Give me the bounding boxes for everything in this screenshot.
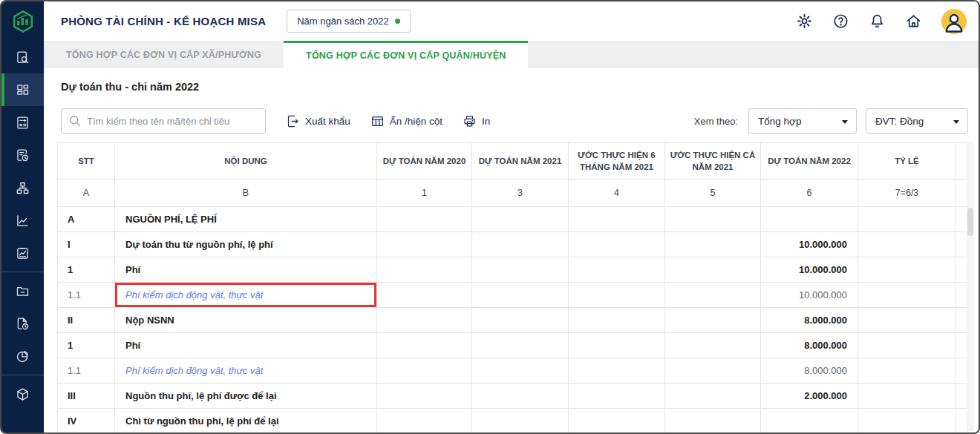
- budget-year-selector[interactable]: Năm ngân sách 2022: [287, 10, 411, 33]
- stt-cell: 1: [58, 257, 115, 283]
- empty-cell: [472, 409, 569, 434]
- content-link-cell[interactable]: Phí kiểm dịch động vật, thực vật: [115, 358, 377, 384]
- table-code-row: A B 1 3 4 5 6 7=6/3: [58, 180, 968, 207]
- pie-chart-icon: [15, 349, 30, 364]
- du-toan-2022-cell: 2.000.000: [761, 384, 858, 409]
- sidebar: [1, 1, 44, 433]
- empty-cell: [472, 333, 569, 358]
- empty-cell: [665, 257, 761, 283]
- content-link-cell[interactable]: Phí kiểm dịch động vật, thực vật: [115, 283, 377, 308]
- org-chart-icon: [15, 180, 30, 196]
- search-input[interactable]: [61, 108, 266, 134]
- empty-cell: [665, 308, 761, 333]
- sidebar-item-folder[interactable]: [1, 274, 44, 307]
- empty-cell: [858, 207, 956, 232]
- user-avatar[interactable]: [941, 9, 967, 34]
- home-icon[interactable]: [905, 13, 922, 30]
- document-history-icon: [15, 148, 30, 163]
- empty-cell: [569, 257, 665, 283]
- col-du-toan-2020: DỰ TOÁN NĂM 2020: [377, 143, 472, 180]
- help-icon[interactable]: [832, 13, 849, 30]
- app-window: PHÒNG TÀI CHÍNH - KẾ HOẠCH MISA Năm ngân…: [0, 0, 980, 434]
- empty-cell: [858, 384, 956, 409]
- cube-icon: [15, 387, 30, 402]
- empty-cell: [858, 283, 956, 308]
- empty-cell: [569, 384, 665, 409]
- du-toan-2022-cell: 8.000.000: [761, 333, 858, 358]
- sidebar-item-calculator[interactable]: [1, 106, 44, 139]
- view-by-label: Xem theo:: [694, 116, 738, 127]
- table-row: IDự toán thu từ nguồn phí, lệ phí10.000.…: [58, 232, 968, 257]
- top-bar: PHÒNG TÀI CHÍNH - KẾ HOẠCH MISA Năm ngân…: [44, 1, 979, 41]
- du-toan-2022-cell: 10.000.000: [761, 232, 858, 257]
- empty-cell: [377, 358, 472, 384]
- stt-cell: 1: [58, 333, 115, 358]
- code-cell: 7=6/3: [858, 180, 956, 207]
- empty-cell: [569, 283, 665, 308]
- content-cell: Nguồn thu phí, lệ phí được để lại: [115, 384, 377, 409]
- tab-quan-huyen[interactable]: TỔNG HỢP CÁC ĐƠN VỊ CẤP QUẬN/HUYỆN: [284, 41, 528, 68]
- tab-xa-phuong[interactable]: TỔNG HỢP CÁC ĐƠN VỊ CẤP XÃ/PHƯỜNG: [44, 41, 284, 68]
- sidebar-item-report-board[interactable]: [1, 237, 44, 269]
- empty-cell: [472, 257, 569, 283]
- table-row: 1Phí8.000.000: [58, 333, 968, 358]
- sidebar-item-search[interactable]: [1, 41, 44, 73]
- settings-gear-icon[interactable]: [796, 13, 813, 30]
- du-toan-2022-cell: 10.000.000: [761, 283, 858, 308]
- misa-logo-icon: [1, 1, 44, 41]
- unit-select[interactable]: ĐVT: Đồng: [866, 108, 968, 134]
- col-du-toan-2021: DỰ TOÁN NĂM 2021: [472, 143, 569, 180]
- code-cell: 6: [761, 180, 858, 207]
- notifications-bell-icon[interactable]: [869, 13, 886, 30]
- empty-cell: [472, 283, 569, 308]
- export-label: Xuất khẩu: [305, 116, 350, 127]
- content-cell: Chi từ nguồn thu phí, lệ phí để lại: [115, 409, 377, 434]
- stt-cell: I: [58, 232, 115, 257]
- folder-icon: [15, 283, 30, 299]
- columns-table-icon: [370, 114, 385, 128]
- tab-bar: TỔNG HỢP CÁC ĐƠN VỊ CẤP XÃ/PHƯỜNG TỔNG H…: [44, 41, 979, 68]
- toolbar: Xuất khẩu Ẩn /hiện cột In Xem theo: Tổng…: [61, 108, 968, 134]
- table-row: IVChi từ nguồn thu phí, lệ phí để lại: [58, 409, 968, 434]
- empty-cell: [377, 232, 472, 257]
- sidebar-divider: [1, 375, 44, 375]
- export-icon: [286, 114, 300, 128]
- empty-cell: [858, 232, 956, 257]
- du-toan-2022-cell: [761, 409, 858, 434]
- app-title: PHÒNG TÀI CHÍNH - KẾ HOẠCH MISA: [61, 15, 266, 27]
- table-row: ANGUỒN PHÍ, LỆ PHÍ: [58, 207, 968, 232]
- sidebar-item-document-history[interactable]: [1, 139, 44, 171]
- du-toan-2022-cell: 10.000.000: [761, 257, 858, 283]
- content-cell: NGUỒN PHÍ, LỆ PHÍ: [115, 207, 377, 232]
- du-toan-2022-cell: [761, 207, 858, 232]
- stt-cell: IV: [58, 409, 115, 434]
- code-cell: A: [58, 180, 115, 207]
- table-row: 1.1Phí kiểm dịch động vật, thực vật10.00…: [58, 283, 968, 308]
- print-button[interactable]: In: [463, 114, 490, 128]
- empty-cell: [858, 358, 956, 384]
- code-cell: 5: [665, 180, 761, 207]
- scrollbar-thumb[interactable]: [967, 208, 973, 236]
- export-button[interactable]: Xuất khẩu: [286, 114, 350, 128]
- empty-cell: [665, 207, 761, 232]
- sidebar-divider: [1, 272, 44, 272]
- toggle-columns-label: Ẩn /hiện cột: [390, 116, 442, 127]
- sidebar-item-file-clock[interactable]: [1, 307, 44, 340]
- empty-cell: [377, 333, 472, 358]
- col-stt: STT: [58, 143, 115, 180]
- sidebar-item-line-chart[interactable]: [1, 204, 44, 237]
- empty-cell: [472, 384, 569, 409]
- unit-value: ĐVT: Đồng: [875, 116, 924, 127]
- sidebar-item-cube[interactable]: [1, 378, 44, 410]
- sidebar-item-dashboard[interactable]: [1, 73, 44, 106]
- toggle-columns-button[interactable]: Ẩn /hiện cột: [370, 114, 442, 128]
- empty-cell: [569, 207, 665, 232]
- report-board-icon: [15, 246, 30, 261]
- tab-label: TỔNG HỢP CÁC ĐƠN VỊ CẤP QUẬN/HUYỆN: [306, 50, 506, 61]
- view-by-select[interactable]: Tổng hợp: [748, 108, 857, 134]
- empty-cell: [569, 333, 665, 358]
- table-body: ANGUỒN PHÍ, LỆ PHÍIDự toán thu từ nguồn …: [58, 207, 968, 434]
- sidebar-item-org-chart[interactable]: [1, 171, 44, 204]
- sidebar-item-pie-chart[interactable]: [1, 340, 44, 372]
- empty-cell: [665, 232, 761, 257]
